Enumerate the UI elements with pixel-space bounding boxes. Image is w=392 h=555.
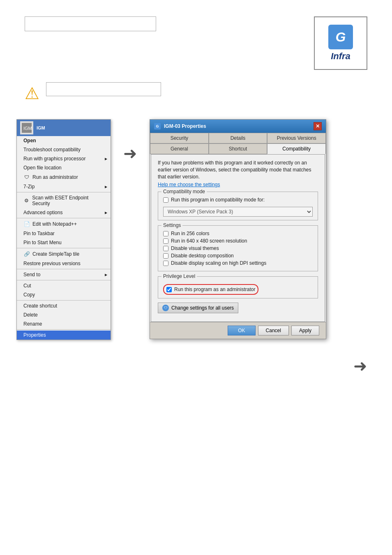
top-text-box[interactable] (25, 16, 156, 31)
ctx-separator-4 (17, 269, 111, 269)
run-admin-checkbox[interactable] (166, 287, 172, 292)
ctx-separator-3 (17, 248, 111, 248)
top-section: G Infra (0, 0, 392, 78)
eset-icon: ⚙ (23, 197, 30, 204)
dialog-title-icon: G (154, 123, 161, 130)
tab-shortcut[interactable]: Shortcut (209, 143, 267, 154)
tab-general[interactable]: General (150, 143, 209, 154)
run-compat-checkbox-row: Run this program in compatibility mode f… (163, 197, 313, 203)
privilege-level-label: Privilege Level (161, 273, 197, 279)
dialog-tabs-row2: General Shortcut Compatibility (150, 143, 326, 154)
compatibility-mode-section: Compatibility mode Run this program in c… (158, 192, 318, 220)
notepad-icon: 📄 (23, 221, 30, 227)
dialog-close-button[interactable]: ✕ (314, 122, 322, 130)
settings-content: Run in 256 colors Run in 640 x 480 scree… (163, 231, 313, 266)
ctx-item-rename[interactable]: Rename (17, 319, 111, 328)
ctx-header-label: IGM (37, 125, 45, 130)
settings-section: Settings Run in 256 colors Run in 640 x … (158, 225, 318, 271)
apply-button[interactable]: Apply (291, 326, 319, 335)
warning-section: ⚠ (0, 78, 392, 107)
ctx-header-icon: IGM (20, 121, 33, 134)
logo-g-icon: G (328, 25, 353, 49)
tab-details[interactable]: Details (209, 133, 267, 143)
warning-icon: ⚠ (25, 84, 39, 103)
setting-checkbox-2[interactable] (163, 246, 168, 251)
ctx-item-open[interactable]: Open (17, 136, 111, 145)
setting-label-2: Disable visual themes (171, 245, 219, 251)
setting-checkbox-4[interactable] (163, 261, 168, 266)
ctx-item-notepad[interactable]: 📄 Edit with Notepad++ (17, 219, 111, 229)
top-left (25, 16, 297, 31)
dialog-footer: OK Cancel Apply (150, 322, 326, 339)
ctx-item-restore[interactable]: Restore previous versions (17, 259, 111, 268)
settings-item-1: Run in 640 x 480 screen resolution (163, 238, 313, 244)
main-content: IGM IGM Open Troubleshoot compatibility … (0, 107, 392, 352)
bottom-arrow-icon: ➜ (353, 356, 367, 375)
ctx-item-file-location[interactable]: Open file location (17, 163, 111, 172)
ctx-item-delete[interactable]: Delete (17, 310, 111, 319)
dialog-body: If you have problems with this program a… (151, 154, 325, 322)
change-settings-button[interactable]: 🛡 Change settings for all users (158, 303, 238, 313)
ctx-item-advanced[interactable]: Advanced options (17, 208, 111, 217)
svg-text:IGM: IGM (23, 126, 32, 131)
setting-label-3: Disable desktop composition (171, 253, 234, 259)
setting-label-4: Disable display scaling on high DPI sett… (171, 260, 266, 266)
settings-item-4: Disable display scaling on high DPI sett… (163, 260, 313, 266)
ctx-separator-5 (17, 280, 111, 280)
tab-compatibility[interactable]: Compatibility (267, 143, 326, 154)
setting-checkbox-3[interactable] (163, 253, 168, 259)
bottom-arrow: ➜ (0, 352, 392, 379)
simpletap-icon: 🔗 (23, 251, 30, 257)
warning-content (46, 82, 367, 96)
cancel-button[interactable]: Cancel (258, 326, 289, 335)
settings-item-3: Disable desktop composition (163, 253, 313, 259)
ctx-item-properties[interactable]: Properties (17, 331, 111, 340)
ctx-item-run-admin[interactable]: 🛡 Run as administrator (17, 172, 111, 182)
dialog-title-left: G IGM-03 Properties (154, 123, 206, 130)
ctx-item-troubleshoot[interactable]: Troubleshoot compatibility (17, 145, 111, 154)
shield-icon: 🛡 (23, 174, 30, 180)
dialog-description: If you have problems with this program a… (158, 160, 318, 180)
compat-mode-content: Run this program in compatibility mode f… (163, 197, 313, 217)
ctx-separator-2 (17, 218, 111, 218)
ctx-item-simpletap[interactable]: 🔗 Create SimpleTap tile (17, 249, 111, 259)
run-compat-label: Run this program in compatibility mode f… (171, 197, 265, 203)
run-admin-row: Run this program as an administrator (163, 284, 258, 295)
context-menu-header: IGM IGM (17, 120, 111, 136)
help-me-choose-link[interactable]: Help me choose the settings (158, 182, 318, 187)
ctx-item-create-shortcut[interactable]: Create shortcut (17, 301, 111, 310)
settings-item-0: Run in 256 colors (163, 231, 313, 236)
warning-text-box[interactable] (46, 82, 161, 96)
ctx-item-pin-taskbar[interactable]: Pin to Taskbar (17, 229, 111, 238)
run-compat-checkbox[interactable] (163, 197, 168, 203)
dialog-title-text: IGM-03 Properties (164, 123, 206, 129)
properties-dialog: G IGM-03 Properties ✕ Security Details P… (150, 119, 326, 339)
logo-text: Infra (331, 51, 350, 62)
change-settings-area: 🛡 Change settings for all users (158, 303, 318, 313)
setting-label-1: Run in 640 x 480 screen resolution (171, 238, 247, 244)
privilege-section: Privilege Level Run this program as an a… (158, 276, 318, 298)
dialog-titlebar: G IGM-03 Properties ✕ (150, 120, 326, 133)
ctx-separator-1 (17, 192, 111, 192)
ok-button[interactable]: OK (228, 326, 255, 335)
settings-item-2: Disable visual themes (163, 245, 313, 251)
privilege-content: Run this program as an administrator (163, 282, 313, 295)
logo-box: G Infra (314, 16, 367, 70)
tab-security[interactable]: Security (150, 133, 209, 143)
ctx-item-eset[interactable]: ⚙ Scan with ESET Endpoint Security (17, 193, 111, 208)
tab-previous-versions[interactable]: Previous Versions (267, 133, 326, 143)
context-menu: IGM IGM Open Troubleshoot compatibility … (16, 119, 111, 340)
ctx-item-cut[interactable]: Cut (17, 281, 111, 290)
ctx-item-pin-start[interactable]: Pin to Start Menu (17, 238, 111, 247)
ctx-separator-6 (17, 300, 111, 301)
compat-mode-dropdown[interactable]: Windows XP (Service Pack 3) (163, 207, 313, 217)
ctx-item-copy[interactable]: Copy (17, 290, 111, 299)
dialog-tabs-row1: Security Details Previous Versions (150, 133, 326, 143)
settings-label: Settings (161, 222, 182, 228)
ctx-item-graphics[interactable]: Run with graphics processor (17, 154, 111, 163)
ctx-item-7zip[interactable]: 7-Zip (17, 182, 111, 191)
setting-checkbox-0[interactable] (163, 231, 168, 236)
change-settings-icon: 🛡 (162, 305, 169, 311)
ctx-item-sendto[interactable]: Send to (17, 270, 111, 279)
setting-checkbox-1[interactable] (163, 238, 168, 244)
